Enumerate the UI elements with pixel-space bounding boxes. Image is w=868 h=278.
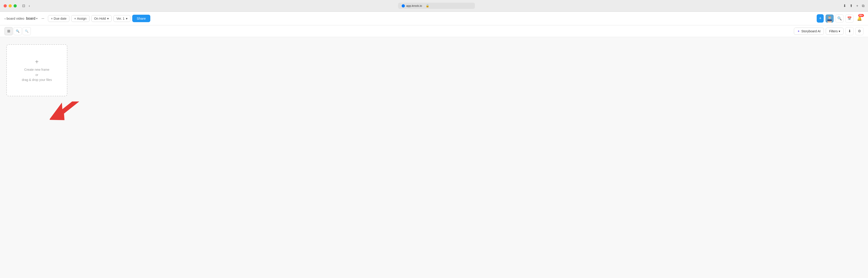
zoom-in-icon: 🔍: [16, 29, 20, 33]
url-text: app.krock.io: [406, 4, 422, 7]
filters-button[interactable]: Filters ▾: [826, 28, 844, 35]
svg-point-5: [830, 17, 831, 18]
traffic-lights: [4, 4, 17, 7]
settings-icon: ⚙: [858, 29, 861, 33]
grid-view-button[interactable]: ⊞: [4, 27, 13, 35]
search-toolbar-icon: 🔍: [837, 16, 842, 21]
more-options-button[interactable]: ···: [39, 15, 46, 22]
settings-button[interactable]: ⚙: [855, 27, 864, 35]
back-chevron-icon: ‹: [4, 17, 6, 20]
download-icon: ⬇: [848, 29, 851, 33]
search-toolbar-button[interactable]: 🔍: [835, 14, 844, 23]
filters-chevron-icon: ▾: [839, 29, 840, 33]
board-title[interactable]: board ▾: [26, 17, 37, 21]
grid-view-icon: ⊞: [7, 29, 10, 33]
sub-toolbar: ⊞ 🔍 🔍 ✦ Storyboard AI Filters ▾ ⬇ ⚙: [0, 25, 868, 37]
share-label: Share: [137, 17, 146, 20]
download-title-icon[interactable]: ⬇: [843, 4, 846, 8]
address-bar: app.krock.io 🔒: [33, 3, 840, 9]
back-icon[interactable]: ‹: [29, 4, 30, 8]
version-text: Ver. 1: [116, 17, 125, 20]
back-link[interactable]: ‹ board video: [4, 17, 24, 20]
close-button[interactable]: [4, 4, 7, 7]
lock-icon: 🔒: [426, 4, 429, 7]
zoom-in-button[interactable]: 🔍: [13, 27, 22, 35]
board-title-text: board: [26, 17, 35, 21]
title-bar-right: ⬇ ⬆ + ⧉: [843, 4, 864, 8]
status-chevron-icon: ▾: [107, 17, 109, 20]
frame-instructions: Create new frame or drag & drop your fil…: [22, 67, 52, 82]
board-chevron-icon: ▾: [36, 17, 37, 20]
calendar-button[interactable]: 📅: [845, 14, 854, 23]
notification-badge: 99+: [858, 14, 864, 17]
window-controls: ⊡ ‹: [22, 4, 30, 8]
title-bar: ⊡ ‹ app.krock.io 🔒 ⬇ ⬆ + ⧉: [0, 0, 868, 12]
calendar-icon: 📅: [847, 16, 852, 21]
maximize-button[interactable]: [13, 4, 17, 7]
arrow-indicator: [50, 101, 86, 129]
create-button[interactable]: +: [817, 14, 824, 23]
sidebar-toggle-icon[interactable]: ⊡: [22, 4, 25, 8]
filters-label: Filters: [829, 29, 838, 33]
version-button[interactable]: Ver. 1 ▾: [114, 15, 130, 22]
create-frame-card[interactable]: + Create new frame or drag & drop your f…: [6, 44, 67, 96]
zoom-out-button[interactable]: 🔍: [23, 27, 31, 35]
tabs-icon[interactable]: ⧉: [862, 4, 864, 8]
due-date-plus-icon: +: [51, 17, 53, 20]
toolbar-right: + 🔍 📅 🔔 99+: [817, 14, 864, 23]
main-content: + Create new frame or drag & drop your f…: [0, 37, 868, 278]
sub-toolbar-right: ✦ Storyboard AI Filters ▾ ⬇ ⚙: [794, 27, 864, 35]
share-button[interactable]: Share: [132, 15, 150, 22]
url-field[interactable]: app.krock.io 🔒: [398, 3, 475, 9]
back-link-text: board video: [6, 17, 24, 20]
status-text: On Hold: [94, 17, 106, 20]
minimize-button[interactable]: [8, 4, 12, 7]
svg-point-4: [829, 17, 829, 18]
share-title-icon[interactable]: ⬆: [850, 4, 852, 8]
assign-button[interactable]: + Assign: [71, 15, 89, 22]
frame-plus-icon: +: [35, 58, 39, 65]
frame-line3: drag & drop your files: [22, 78, 52, 82]
main-toolbar: ‹ board video board ▾ ··· + Due date + A…: [0, 12, 868, 25]
browser-icon: [402, 4, 405, 7]
storyboard-ai-button[interactable]: ✦ Storyboard AI: [794, 28, 824, 35]
notifications-button[interactable]: 🔔 99+: [855, 14, 864, 23]
status-button[interactable]: On Hold ▾: [91, 15, 112, 22]
assign-label: Assign: [77, 17, 87, 20]
frame-line2: or: [35, 73, 38, 76]
svg-rect-3: [827, 20, 832, 21]
avatar-button[interactable]: [826, 14, 834, 23]
download-button[interactable]: ⬇: [845, 27, 854, 35]
frame-line1: Create new frame: [24, 68, 49, 71]
due-date-button[interactable]: + Due date: [48, 15, 69, 22]
sparkle-icon: ✦: [797, 29, 800, 33]
version-chevron-icon: ▾: [126, 17, 127, 20]
svg-marker-6: [50, 101, 84, 127]
assign-plus-icon: +: [74, 17, 76, 20]
zoom-out-icon: 🔍: [25, 29, 29, 33]
due-date-label: Due date: [54, 17, 67, 20]
add-tab-icon[interactable]: +: [856, 4, 858, 8]
storyboard-ai-label: Storyboard AI: [801, 29, 820, 33]
